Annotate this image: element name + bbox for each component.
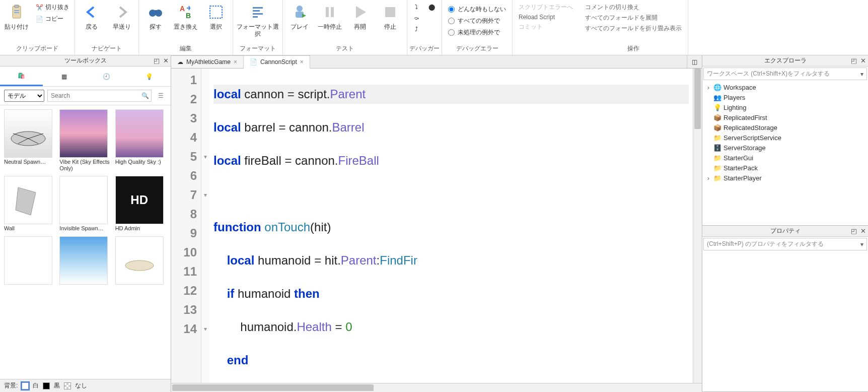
select-icon bbox=[207, 3, 225, 21]
explorer-filter-input[interactable]: ワークスペース (Ctrl+Shift+X)をフィルタする▾ bbox=[703, 68, 867, 80]
globe-icon: 🌐 bbox=[713, 83, 721, 91]
toolbox-item[interactable]: Wall bbox=[4, 176, 55, 232]
toolbox-grid[interactable]: Neutral Spawn… Vibe Kit (Sky Effects Onl… bbox=[0, 105, 171, 379]
copy-button[interactable]: 📄コピー bbox=[33, 14, 71, 24]
group-label: クリップボード bbox=[2, 43, 73, 55]
tree-item-serverstorage[interactable]: 🗄️ServerStorage bbox=[704, 143, 866, 153]
collapse-all-folds-button[interactable]: すべてのフォールドを折り畳み表示 bbox=[585, 24, 682, 33]
commit-button[interactable]: コミット bbox=[519, 23, 573, 31]
scissors-icon: ✂️ bbox=[35, 4, 43, 12]
toolbox-tab-inventory[interactable]: ▦ bbox=[43, 67, 86, 86]
expand-icon[interactable]: › bbox=[705, 174, 711, 182]
vertical-scrollbar[interactable] bbox=[693, 69, 702, 383]
expand-all-folds-button[interactable]: すべてのフォールドを展開 bbox=[585, 14, 682, 22]
toolbox-item[interactable] bbox=[4, 236, 55, 286]
tree-item-startergui[interactable]: 📁StarterGui bbox=[704, 153, 866, 163]
toolbox-item[interactable]: Vibe Kit (Sky Effects Only) bbox=[59, 109, 111, 172]
toolbox-item[interactable] bbox=[59, 236, 111, 286]
code-editor[interactable]: 1234567891011121314 ▾▾▾ local cannon = s… bbox=[171, 69, 702, 383]
toolbox-footer: 背景: 白 黒 なし bbox=[0, 379, 171, 392]
replace-button[interactable]: AB 置き換え bbox=[171, 1, 200, 32]
format-icon bbox=[249, 3, 267, 21]
properties-body bbox=[702, 251, 868, 391]
toolbox-item[interactable]: HDHD Admin bbox=[115, 176, 167, 232]
back-button[interactable]: 戻る bbox=[77, 1, 106, 32]
svg-rect-17 bbox=[331, 7, 334, 17]
close-tab-button[interactable]: × bbox=[234, 58, 237, 66]
tree-item-serverscriptservice[interactable]: 📁ServerScriptService bbox=[704, 133, 866, 143]
undock-button[interactable]: ◰ bbox=[850, 57, 858, 65]
bag-icon: 🛍️ bbox=[18, 72, 25, 79]
bg-black-swatch[interactable] bbox=[43, 382, 50, 389]
ribbon: 貼り付け ✂️切り抜き 📄コピー クリップボード 戻る 早送り ナビゲート bbox=[0, 0, 868, 55]
expand-icon[interactable]: › bbox=[705, 84, 711, 91]
search-button[interactable]: 🔍 bbox=[139, 90, 151, 101]
explorer-tree[interactable]: ›🌐Workspace 👥Players 💡Lighting 📦Replicat… bbox=[702, 81, 868, 225]
toggle-comment-button[interactable]: コメントの切り換え bbox=[585, 3, 682, 12]
storage-icon: 📦 bbox=[713, 123, 721, 132]
close-panel-button[interactable]: ✕ bbox=[162, 57, 170, 65]
reload-script-button[interactable]: Reload Script bbox=[519, 14, 573, 21]
category-select[interactable]: モデル bbox=[4, 90, 44, 102]
editor-tab[interactable]: 📄 CannonScript × bbox=[244, 55, 310, 69]
editor-panel: ☁ MyAthleticGame × 📄 CannonScript × ◫ 12… bbox=[171, 55, 702, 392]
step-into-button[interactable]: ⤵ bbox=[410, 2, 422, 12]
lightbulb-icon: 💡 bbox=[713, 103, 721, 111]
undock-button[interactable]: ◰ bbox=[850, 227, 858, 235]
resume-button[interactable]: 再開 bbox=[345, 1, 375, 32]
find-button[interactable]: 探す bbox=[141, 1, 170, 32]
step-over-button[interactable]: ⤼ bbox=[410, 13, 422, 23]
filter-button[interactable]: ☰ bbox=[155, 90, 167, 102]
step-out-button[interactable]: ⤴ bbox=[410, 24, 422, 34]
toolbox-item[interactable]: High Quality Sky :) bbox=[115, 109, 167, 172]
undock-button[interactable]: ◰ bbox=[153, 57, 161, 65]
debug-error-unhandled[interactable]: 未処理の例外で bbox=[445, 27, 509, 38]
breakpoint-button[interactable]: ⬤ bbox=[425, 2, 438, 12]
editor-tab[interactable]: ☁ MyAthleticGame × bbox=[171, 55, 244, 68]
tree-item-lighting[interactable]: 💡Lighting bbox=[704, 102, 866, 112]
bg-white-swatch[interactable] bbox=[22, 382, 29, 389]
copy-icon: 📄 bbox=[35, 15, 43, 23]
tree-item-replicatedfirst[interactable]: 📦ReplicatedFirst bbox=[704, 112, 866, 122]
toolbox-tab-marketplace[interactable]: 🛍️ bbox=[0, 67, 43, 86]
toolbox-panel: ツールボックス ◰ ✕ 🛍️ ▦ 🕘 💡 モデル 🔍 ☰ Neutral Spa… bbox=[0, 55, 171, 392]
select-button[interactable]: 選択 bbox=[201, 1, 231, 32]
close-panel-button[interactable]: ✕ bbox=[859, 227, 867, 235]
forward-button[interactable]: 早送り bbox=[107, 1, 136, 32]
tree-item-players[interactable]: 👥Players bbox=[704, 92, 866, 102]
toolbox-item[interactable]: Invisible Spawn… bbox=[59, 176, 111, 232]
bg-label: 背景: bbox=[4, 381, 18, 390]
play-button[interactable]: プレイ bbox=[285, 1, 314, 32]
folder-icon: 📁 bbox=[713, 174, 721, 182]
debug-error-never[interactable]: どんな時もしない bbox=[445, 4, 509, 15]
goto-script-error-button[interactable]: スクリプトエラーへ bbox=[519, 3, 573, 12]
stop-button[interactable]: 停止 bbox=[376, 1, 405, 32]
tree-item-starterplayer[interactable]: ›📁StarterPlayer bbox=[704, 173, 866, 183]
toolbox-item[interactable]: Neutral Spawn… bbox=[4, 109, 55, 172]
toolbox-tab-recent[interactable]: 🕘 bbox=[86, 67, 128, 86]
paste-button[interactable]: 貼り付け bbox=[2, 1, 31, 32]
format-selection-button[interactable]: フォーマット選択 bbox=[235, 1, 280, 40]
toolbox-item[interactable] bbox=[115, 236, 167, 286]
cut-button[interactable]: ✂️切り抜き bbox=[33, 2, 71, 13]
tree-item-starterpack[interactable]: 📁StarterPack bbox=[704, 163, 866, 173]
split-view-button[interactable]: ◫ bbox=[687, 55, 702, 68]
tree-item-workspace[interactable]: ›🌐Workspace bbox=[704, 82, 866, 92]
pause-button[interactable]: 一時停止 bbox=[315, 1, 344, 32]
toolbox-tab-creations[interactable]: 💡 bbox=[128, 67, 171, 86]
horizontal-scrollbar[interactable] bbox=[171, 383, 702, 392]
debug-error-all[interactable]: すべての例外で bbox=[445, 16, 509, 26]
search-input[interactable] bbox=[48, 90, 139, 101]
code-content[interactable]: local cannon = script.Parent local barre… bbox=[209, 69, 693, 383]
svg-marker-20 bbox=[16, 187, 36, 215]
tree-item-replicatedstorage[interactable]: 📦ReplicatedStorage bbox=[704, 122, 866, 133]
play-icon bbox=[351, 3, 369, 21]
toolbox-tabs: 🛍️ ▦ 🕘 💡 bbox=[0, 67, 171, 87]
folder-icon: 📁 bbox=[713, 154, 721, 162]
close-panel-button[interactable]: ✕ bbox=[859, 57, 867, 65]
arrow-left-icon bbox=[83, 3, 101, 21]
close-tab-button[interactable]: × bbox=[300, 58, 304, 66]
properties-filter-input[interactable]: (Ctrl+Shift+P) のプロパティをフィルタする▾ bbox=[703, 238, 867, 250]
search-icon: 🔍 bbox=[141, 92, 149, 99]
bg-none-swatch[interactable] bbox=[64, 382, 71, 389]
